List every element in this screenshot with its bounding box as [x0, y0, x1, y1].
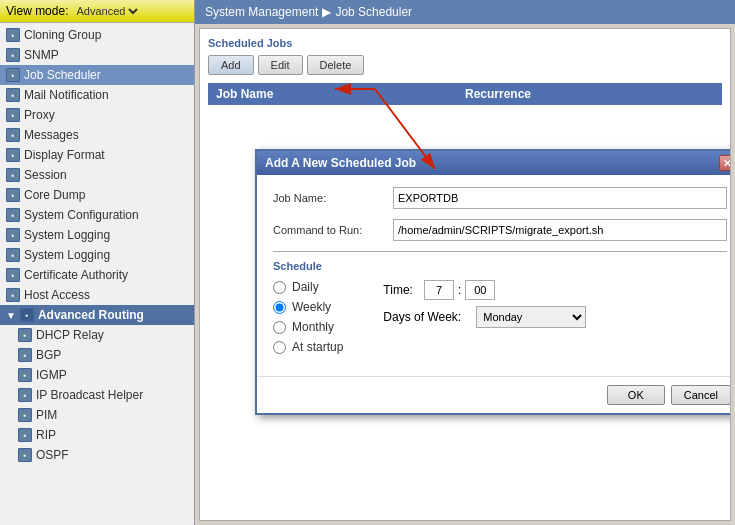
monthly-radio[interactable] [273, 321, 286, 334]
table-header: Job Name Recurrence [208, 83, 722, 105]
time-row: Time: : [383, 280, 586, 300]
sidebar-label: Host Access [24, 288, 90, 302]
at-startup-radio[interactable] [273, 341, 286, 354]
sidebar-item-proxy[interactable]: ▪ Proxy [0, 105, 194, 125]
sidebar-label: Job Scheduler [24, 68, 101, 82]
radio-daily: Daily [273, 280, 343, 294]
page-icon: ▪ [6, 248, 20, 262]
sidebar-item-dhcp-relay[interactable]: ▪ DHCP Relay [0, 325, 194, 345]
sidebar-label: Mail Notification [24, 88, 109, 102]
time-minute-input[interactable] [465, 280, 495, 300]
view-mode-select[interactable]: Advanced Basic [72, 4, 141, 18]
sidebar-label: IP Broadcast Helper [36, 388, 143, 402]
sidebar-label: IGMP [36, 368, 67, 382]
col-recurrence: Recurrence [465, 87, 714, 101]
dialog-title: Add A New Scheduled Job [265, 156, 416, 170]
radio-monthly: Monthly [273, 320, 343, 334]
time-separator: : [458, 283, 461, 297]
breadcrumb-separator: ▶ [322, 5, 331, 19]
sidebar-item-rip[interactable]: ▪ RIP [0, 425, 194, 445]
page-icon: ▪ [6, 48, 20, 62]
dialog-body: Job Name: Command to Run: Schedule Daily [257, 175, 731, 376]
sidebar-item-network-access[interactable]: ▪ System Logging [0, 245, 194, 265]
folder-icon: ▪ [20, 308, 34, 322]
page-icon: ▪ [6, 208, 20, 222]
sidebar-label: PIM [36, 408, 57, 422]
weekly-label: Weekly [292, 300, 331, 314]
sidebar-item-cloning-group[interactable]: ▪ Cloning Group [0, 25, 194, 45]
weekly-radio[interactable] [273, 301, 286, 314]
dialog-footer: OK Cancel [257, 376, 731, 413]
job-name-row: Job Name: [273, 187, 727, 209]
command-label: Command to Run: [273, 224, 393, 236]
sidebar-label: Advanced Routing [38, 308, 144, 322]
monthly-label: Monthly [292, 320, 334, 334]
job-name-input[interactable] [393, 187, 727, 209]
schedule-right: Time: : Days of Week: Monday [383, 280, 586, 354]
sidebar-item-pim[interactable]: ▪ PIM [0, 405, 194, 425]
sidebar-label: Display Format [24, 148, 105, 162]
ok-button[interactable]: OK [607, 385, 665, 405]
page-icon: ▪ [6, 168, 20, 182]
sidebar-item-mail-notification[interactable]: ▪ Mail Notification [0, 85, 194, 105]
sidebar-item-session[interactable]: ▪ Session [0, 165, 194, 185]
toolbar: Add Edit Delete [208, 55, 722, 75]
sidebar-item-certificate-authority[interactable]: ▪ Certificate Authority [0, 265, 194, 285]
sidebar-item-messages[interactable]: ▪ Messages [0, 125, 194, 145]
dialog-titlebar: Add A New Scheduled Job ✕ [257, 151, 731, 175]
delete-button[interactable]: Delete [307, 55, 365, 75]
page-icon: ▪ [18, 448, 32, 462]
sidebar-item-core-dump[interactable]: ▪ Core Dump [0, 185, 194, 205]
at-startup-label: At startup [292, 340, 343, 354]
schedule-section: Schedule Daily Weekly [273, 251, 727, 354]
sidebar-item-bgp[interactable]: ▪ BGP [0, 345, 194, 365]
dialog-close-button[interactable]: ✕ [719, 155, 731, 171]
radio-at-startup: At startup [273, 340, 343, 354]
sidebar-item-igmp[interactable]: ▪ IGMP [0, 365, 194, 385]
job-name-label: Job Name: [273, 192, 393, 204]
page-icon: ▪ [18, 328, 32, 342]
view-mode-bar: View mode: Advanced Basic [0, 0, 194, 23]
days-of-week-select[interactable]: Monday Tuesday Wednesday Thursday Friday… [476, 306, 586, 328]
daily-radio[interactable] [273, 281, 286, 294]
expand-icon: ▼ [6, 310, 16, 321]
sidebar-label: SNMP [24, 48, 59, 62]
breadcrumb-part1: System Management [205, 5, 318, 19]
sidebar-item-system-logging[interactable]: ▪ System Logging [0, 225, 194, 245]
sidebar-label: Core Dump [24, 188, 85, 202]
sidebar-item-advanced-routing[interactable]: ▼ ▪ Advanced Routing [0, 305, 194, 325]
page-icon: ▪ [6, 228, 20, 242]
add-button[interactable]: Add [208, 55, 254, 75]
sidebar-list: ▪ Cloning Group ▪ SNMP ▪ Job Scheduler ▪… [0, 23, 194, 525]
breadcrumb: System Management ▶ Job Scheduler [195, 0, 735, 24]
sidebar-label: Certificate Authority [24, 268, 128, 282]
page-icon: ▪ [6, 88, 20, 102]
main-content: System Management ▶ Job Scheduler Schedu… [195, 0, 735, 525]
sidebar-label: System Logging [24, 248, 110, 262]
time-hour-input[interactable] [424, 280, 454, 300]
edit-button[interactable]: Edit [258, 55, 303, 75]
sidebar-item-host-access[interactable]: ▪ Host Access [0, 285, 194, 305]
sidebar-item-ip-broadcast-helper[interactable]: ▪ IP Broadcast Helper [0, 385, 194, 405]
page-icon: ▪ [18, 368, 32, 382]
sidebar-item-snmp[interactable]: ▪ SNMP [0, 45, 194, 65]
sidebar-item-job-scheduler[interactable]: ▪ Job Scheduler [0, 65, 194, 85]
sidebar-label: BGP [36, 348, 61, 362]
sidebar-item-display-format[interactable]: ▪ Display Format [0, 145, 194, 165]
sidebar-item-system-configuration[interactable]: ▪ System Configuration [0, 205, 194, 225]
sidebar-label: Messages [24, 128, 79, 142]
sidebar-label: DHCP Relay [36, 328, 104, 342]
sidebar-item-ospf[interactable]: ▪ OSPF [0, 445, 194, 465]
command-input[interactable] [393, 219, 727, 241]
page-icon: ▪ [6, 128, 20, 142]
page-icon: ▪ [6, 268, 20, 282]
sidebar-label: System Logging [24, 228, 110, 242]
command-row: Command to Run: [273, 219, 727, 241]
page-icon: ▪ [6, 28, 20, 42]
cancel-button[interactable]: Cancel [671, 385, 731, 405]
page-icon: ▪ [18, 408, 32, 422]
page-icon: ▪ [18, 428, 32, 442]
page-icon: ▪ [6, 108, 20, 122]
page-icon: ▪ [18, 348, 32, 362]
content-area: Scheduled Jobs Add Edit Delete Job Name … [199, 28, 731, 521]
